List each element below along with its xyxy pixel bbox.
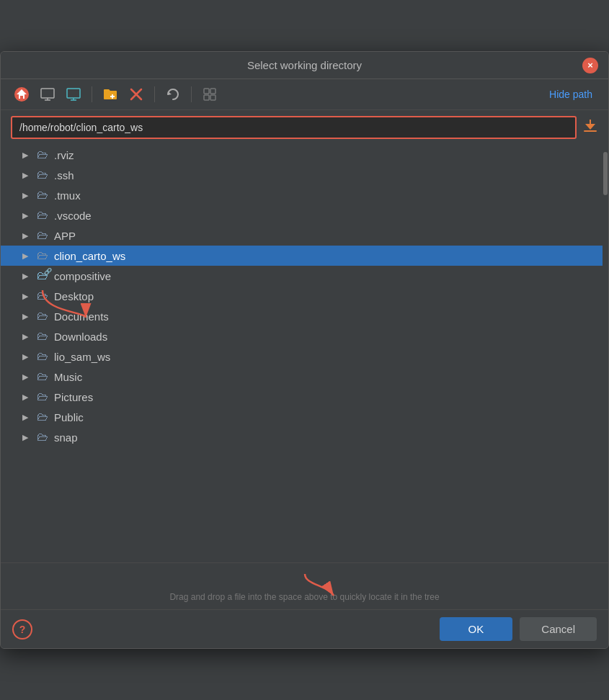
help-button[interactable]: ? <box>12 619 32 640</box>
tree-arrow: ▶ <box>22 352 31 362</box>
toolbar: Hide path <box>1 79 608 110</box>
tree-item-public[interactable]: ▶ 🗁 Public <box>1 407 608 427</box>
drag-hint: Drag and drop a file into the space abov… <box>1 562 608 609</box>
tree-item-rviz[interactable]: ▶ 🗁 .rviz <box>1 145 608 165</box>
tree-item-pictures[interactable]: ▶ 🗁 Pictures <box>1 387 608 407</box>
download-icon <box>582 118 598 134</box>
scrollbar-track <box>603 145 608 562</box>
svg-marker-17 <box>585 124 595 130</box>
tree-arrow: ▶ <box>22 392 31 402</box>
folder-label: Pictures <box>54 391 594 403</box>
bottom-arrow-container <box>11 570 598 592</box>
tree-item-compositive[interactable]: ▶ 🗁🔗 compositive <box>1 266 608 286</box>
folder-label: snap <box>54 431 594 444</box>
svg-rect-16 <box>210 95 215 100</box>
tree-arrow: ▶ <box>22 231 31 241</box>
tree-item-vscode[interactable]: ▶ 🗁 .vscode <box>1 205 608 225</box>
title-bar: Select working directory × <box>1 52 608 79</box>
folder-label: .tmux <box>54 189 594 202</box>
folder-icon: 🗁 <box>37 189 48 202</box>
select-directory-dialog: Select working directory × <box>0 51 609 649</box>
tree-arrow: ▶ <box>22 372 31 382</box>
folder-icon: 🗁 <box>37 431 48 444</box>
tree-item-music[interactable]: ▶ 🗁 Music <box>1 367 608 387</box>
path-input[interactable] <box>11 116 577 139</box>
folder-icon: 🗁 <box>37 310 48 323</box>
folder-label: Public <box>54 411 594 423</box>
folder-icon: 🗁 <box>37 410 48 423</box>
folder-label: Downloads <box>54 331 594 343</box>
svg-rect-13 <box>204 89 209 94</box>
new-folder-icon <box>102 86 118 102</box>
monitor2-icon <box>66 86 81 102</box>
tree-item-snap[interactable]: ▶ 🗁 snap <box>1 427 608 447</box>
folder-label: .rviz <box>54 149 594 161</box>
tree-item-tmux[interactable]: ▶ 🗁 .tmux <box>1 185 608 205</box>
tree-item-app[interactable]: ▶ 🗁 APP <box>1 225 608 246</box>
tree-arrow: ▶ <box>22 413 31 422</box>
folder-label: Documents <box>54 310 594 323</box>
tree-arrow: ▶ <box>22 312 31 321</box>
action-buttons: OK Cancel <box>440 617 597 641</box>
folder-icon: 🗁 <box>37 350 48 363</box>
tree-arrow: ▶ <box>22 171 31 180</box>
home-icon <box>14 86 30 102</box>
separator2 <box>154 86 155 102</box>
folder-label: lio_sam_ws <box>54 351 594 363</box>
folder-label: .ssh <box>54 169 594 181</box>
folder-label: Music <box>54 371 594 383</box>
close-button[interactable]: × <box>582 58 598 73</box>
folder-icon: 🗁 <box>37 249 48 262</box>
separator3 <box>191 86 192 102</box>
refresh-button[interactable] <box>162 84 184 105</box>
folder-label: APP <box>54 230 594 242</box>
bottom-bar: ? OK Cancel <box>1 609 608 648</box>
monitor-icon <box>40 86 55 102</box>
home-button[interactable] <box>11 84 32 105</box>
dialog-title: Select working directory <box>247 59 362 71</box>
separator1 <box>92 86 92 102</box>
tree-item-lio-sam-ws[interactable]: ▶ 🗁 lio_sam_ws <box>1 346 608 367</box>
folder-icon: 🗁 <box>37 209 48 222</box>
grid-icon <box>202 86 218 102</box>
folder-label: .vscode <box>54 210 594 222</box>
tree-arrow: ▶ <box>22 251 31 261</box>
svg-rect-5 <box>67 89 80 98</box>
folder-icon: 🗁 <box>37 290 48 302</box>
folder-icon: 🗁 <box>37 330 48 343</box>
bottom-arrow <box>240 570 370 599</box>
monitor-button[interactable] <box>37 84 58 105</box>
tree-arrow: ▶ <box>22 332 31 341</box>
delete-icon <box>128 86 144 102</box>
path-bar <box>1 110 608 145</box>
new-folder-button[interactable] <box>99 84 121 105</box>
folder-icon: 🗁 <box>37 390 48 403</box>
monitor2-button[interactable] <box>63 84 84 105</box>
folder-icon: 🗁 <box>37 370 48 383</box>
folder-icon: 🗁 <box>37 229 48 242</box>
file-tree: ▶ 🗁 .rviz ▶ 🗁 .ssh ▶ 🗁 .tmux ▶ 🗁 .vscode… <box>1 145 608 562</box>
tree-arrow: ▶ <box>22 433 31 442</box>
ok-button[interactable]: OK <box>440 617 513 641</box>
tree-arrow: ▶ <box>22 211 31 220</box>
grid-button[interactable] <box>199 84 221 105</box>
delete-button[interactable] <box>125 84 147 105</box>
folder-label: Desktop <box>54 290 594 302</box>
tree-item-documents[interactable]: ▶ 🗁 Documents <box>1 306 608 326</box>
tree-arrow: ▶ <box>22 151 31 160</box>
tree-arrow: ▶ <box>22 191 31 200</box>
path-download-button[interactable] <box>582 118 598 138</box>
scrollbar-thumb[interactable] <box>603 152 608 195</box>
tree-item-clion-carto-ws[interactable]: ▶ 🗁 clion_carto_ws <box>1 246 608 266</box>
folder-icon: 🗁 <box>37 169 48 181</box>
folder-label: compositive <box>54 270 594 282</box>
hide-path-button[interactable]: Hide path <box>543 86 598 103</box>
tree-item-ssh[interactable]: ▶ 🗁 .ssh <box>1 165 608 185</box>
svg-marker-12 <box>168 91 172 95</box>
cancel-button[interactable]: Cancel <box>520 617 597 641</box>
tree-item-desktop[interactable]: ▶ 🗁 Desktop <box>1 286 608 306</box>
svg-rect-15 <box>204 95 209 100</box>
svg-rect-2 <box>41 89 54 98</box>
tree-item-downloads[interactable]: ▶ 🗁 Downloads <box>1 326 608 346</box>
folder-icon: 🗁 <box>37 148 48 161</box>
